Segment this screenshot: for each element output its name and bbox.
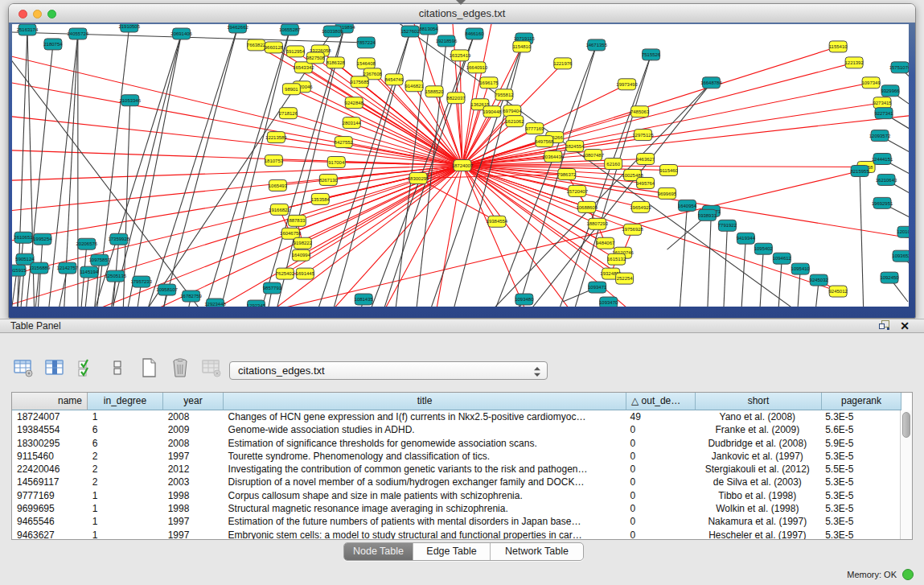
graph-node[interactable]: 1093471: [588, 282, 607, 293]
new-column-icon[interactable]: [138, 357, 159, 378]
graph-node[interactable]: 9495764: [636, 177, 655, 188]
close-panel-icon[interactable]: ✕: [900, 320, 910, 332]
graph-edge-black[interactable]: [202, 30, 290, 307]
graph-edge-red[interactable]: [354, 103, 462, 166]
graph-node[interactable]: 1588520: [425, 86, 444, 97]
table-cell-pagerank[interactable]: 5.3E-5: [820, 515, 900, 528]
table-cell-title[interactable]: Estimation of the future numbers of pati…: [224, 515, 626, 528]
table-cell-out_degree[interactable]: 0: [626, 476, 695, 488]
table-cell-in_degree[interactable]: 1: [88, 489, 163, 502]
graph-node[interactable]: 252254: [616, 273, 634, 284]
graph-edge-red[interactable]: [462, 166, 497, 222]
graph-edge-black[interactable]: [125, 34, 182, 307]
graph-node[interactable]: 10655287: [279, 24, 301, 35]
graph-node[interactable]: 2180754: [43, 39, 63, 50]
graph-node[interactable]: 9419344: [737, 233, 756, 244]
graph-node[interactable]: 16033809: [322, 26, 343, 37]
table-cell-in_degree[interactable]: 2: [88, 476, 163, 488]
graph-edge-black[interactable]: [723, 225, 727, 307]
graph-node[interactable]: 18724007: [452, 160, 474, 171]
graph-node[interactable]: 8267130: [319, 174, 339, 185]
graph-node[interactable]: 1095402: [754, 243, 774, 254]
graph-node[interactable]: 9484067: [596, 237, 615, 249]
table-cell-name[interactable]: 9115460: [12, 450, 88, 463]
graph-node[interactable]: 7857224: [357, 37, 376, 48]
graph-node[interactable]: 1065493: [269, 179, 288, 191]
table-cell-short[interactable]: Jankovic et al. (1997): [694, 450, 820, 463]
graph-edge-red[interactable]: [241, 171, 860, 307]
table-cell-out_degree[interactable]: 0: [626, 515, 695, 528]
graph-node[interactable]: 15751074: [889, 62, 909, 73]
table-cell-year[interactable]: 1997: [163, 515, 224, 528]
graph-node[interactable]: 20364436: [543, 151, 565, 163]
graph-node[interactable]: 7485063: [630, 106, 650, 117]
graph-edge-black[interactable]: [346, 24, 811, 307]
table-row[interactable]: 946362711997Embryonic stem cells: a mode…: [12, 529, 900, 539]
graph-node[interactable]: 9198222: [294, 237, 313, 249]
table-cell-out_degree[interactable]: 0: [626, 489, 695, 502]
table-cell-title[interactable]: Disruption of a novel member of a sodium…: [224, 476, 626, 488]
table-cell-out_degree[interactable]: 0: [626, 450, 695, 463]
graph-node[interactable]: 24055724: [68, 28, 89, 39]
table-row[interactable]: 1872400712008Changes of HCN gene express…: [12, 410, 900, 423]
graph-node[interactable]: 7663822: [247, 39, 266, 51]
graph-node[interactable]: 3915915: [12, 265, 27, 276]
graph-node[interactable]: 1527602: [400, 26, 420, 37]
graph-node[interactable]: 1154810: [512, 41, 531, 52]
graph-node[interactable]: 1097349: [861, 77, 881, 89]
table-cell-pagerank[interactable]: 5.3E-5: [820, 410, 900, 423]
table-cell-out_degree[interactable]: 0: [626, 502, 695, 515]
table-cell-year[interactable]: 2009: [163, 423, 224, 436]
graph-node[interactable]: 1640954: [678, 200, 697, 211]
graph-node[interactable]: 16648784: [700, 77, 722, 89]
row-height-icon[interactable]: [107, 357, 128, 378]
graph-edge-black[interactable]: [218, 30, 290, 307]
graph-node[interactable]: 9227341: [874, 108, 893, 119]
graph-node[interactable]: 16640910: [466, 62, 488, 73]
split-pane-grip-icon[interactable]: [456, 0, 466, 5]
table-cell-pagerank[interactable]: 5.9E-5: [820, 437, 900, 450]
graph-node[interactable]: 7625402: [276, 268, 295, 279]
table-cell-out_degree[interactable]: 0: [626, 529, 695, 539]
graph-node[interactable]: 9175685: [351, 76, 370, 88]
graph-edge-black[interactable]: [707, 211, 711, 307]
graph-node[interactable]: 887833: [288, 215, 306, 226]
graph-node[interactable]: 1990448: [483, 106, 502, 117]
table-cell-in_degree[interactable]: 6: [88, 423, 163, 436]
table-cell-name[interactable]: 14569117: [12, 476, 88, 488]
table-row[interactable]: 1938455462009Genome-wide association stu…: [12, 423, 900, 436]
graph-node[interactable]: 1546408: [357, 58, 376, 69]
table-cell-year[interactable]: 1997: [163, 529, 224, 539]
graph-node[interactable]: 7791922: [718, 220, 737, 231]
graph-node[interactable]: 7515526: [642, 49, 661, 60]
graph-node[interactable]: 6497568: [535, 136, 554, 147]
graph-node[interactable]: 10807487: [582, 150, 604, 161]
graph-node[interactable]: 14671355: [585, 39, 607, 51]
table-cell-short[interactable]: Franke et al. (2009): [694, 423, 820, 436]
column-header-year[interactable]: year: [163, 393, 224, 410]
graph-edge-red[interactable]: [12, 166, 462, 282]
table-cell-in_degree[interactable]: 6: [88, 437, 163, 450]
table-cell-short[interactable]: Dudbridge et al. (2008): [694, 437, 820, 450]
tab-node-table[interactable]: Node Table: [344, 543, 413, 560]
graph-node[interactable]: 9699695: [658, 187, 677, 199]
graph-edge-red[interactable]: [12, 166, 462, 246]
table-cell-pagerank[interactable]: 5.3E-5: [820, 450, 900, 463]
table-cell-year[interactable]: 2008: [163, 410, 224, 423]
table-cell-in_degree[interactable]: 1: [88, 410, 163, 423]
table-row[interactable]: 1456911722003Disruption of a novel membe…: [12, 476, 900, 488]
graph-node[interactable]: 8427552: [335, 137, 354, 148]
table-cell-year[interactable]: 2003: [163, 476, 224, 488]
graph-edge-red[interactable]: [12, 166, 462, 307]
table-selector-dropdown[interactable]: citations_edges.txt: [229, 361, 548, 380]
graph-node[interactable]: 3824554: [565, 141, 585, 152]
table-cell-in_degree[interactable]: 2: [88, 463, 163, 476]
graph-node[interactable]: 13156889: [29, 262, 51, 274]
table-cell-name[interactable]: 22420046: [12, 463, 88, 476]
tab-network-table[interactable]: Network Table: [491, 543, 583, 560]
table-cell-name[interactable]: 18300295: [12, 437, 88, 450]
graph-node[interactable]: 1810753: [265, 155, 284, 167]
graph-node[interactable]: 12444151: [872, 154, 893, 165]
table-cell-short[interactable]: Yano et al. (2008): [694, 410, 820, 423]
table-cell-title[interactable]: Tourette syndrome. Phenomenology and cla…: [224, 450, 626, 463]
